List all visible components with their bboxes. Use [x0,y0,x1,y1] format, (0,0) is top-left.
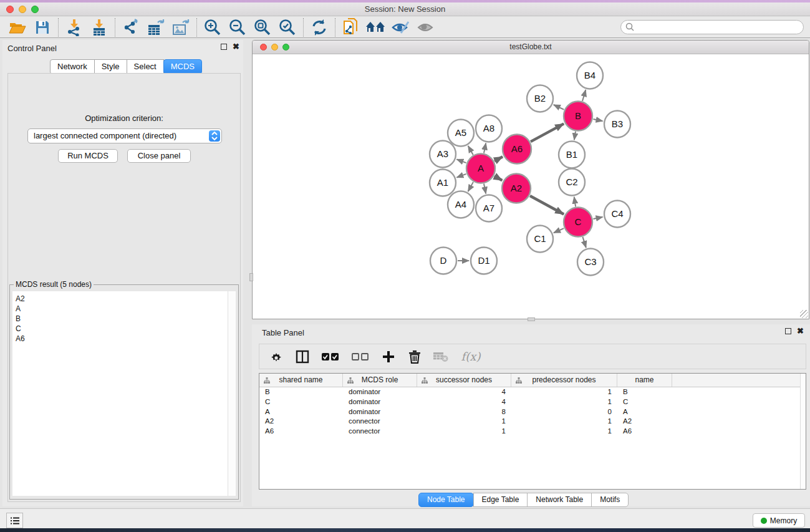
table-cell[interactable]: 1 [511,387,617,397]
tab-node-table[interactable]: Node Table [418,493,474,507]
zoom-window-button[interactable] [31,6,39,13]
refresh-icon[interactable] [307,18,332,37]
run-mcds-button[interactable]: Run MCDS [58,149,118,163]
edge-C-C1[interactable] [554,228,564,233]
close-panel-icon[interactable]: ✖ [233,44,239,50]
edge-A2-C[interactable] [530,196,564,215]
float-table-panel-icon[interactable] [785,328,791,334]
edge-A-A5[interactable] [468,146,473,155]
minimize-network-button[interactable] [271,44,278,51]
result-item[interactable]: C [16,324,232,334]
tab-mcds[interactable]: MCDS [163,59,202,74]
node-C[interactable]: C [564,208,592,237]
table-row[interactable]: A2connector11A2 [259,417,806,427]
memory-button[interactable]: Memory [753,513,805,528]
show-all-icon[interactable] [413,18,438,37]
network-canvas[interactable]: B4B2BB3A5A8A6B1A3AA1C2A2A4A7CC4C1C3DD1 [253,54,809,319]
export-network-icon[interactable] [118,18,143,37]
table-cell[interactable]: connector [343,427,417,437]
close-network-button[interactable] [260,44,267,51]
column-header-shared-name[interactable]: shared name [259,374,343,387]
table-options-icon[interactable] [268,349,284,365]
delete-column-icon[interactable] [407,349,423,365]
node-C4[interactable]: C4 [604,201,630,228]
node-B[interactable]: B [564,102,592,131]
table-cell[interactable]: 4 [417,387,511,397]
column-header-MCDS-role[interactable]: MCDS role [343,374,417,387]
edge-A-A4[interactable] [468,182,473,191]
tab-style[interactable]: Style [94,59,127,74]
zoom-fit-icon[interactable] [250,18,275,37]
table-cell[interactable]: B [259,387,343,397]
edge-B-B2[interactable] [554,105,564,110]
tab-edge-table[interactable]: Edge Table [473,493,528,507]
column-header-predecessor-nodes[interactable]: predecessor nodes [511,374,617,387]
table-row[interactable]: Bdominator41B [259,387,806,397]
node-B3[interactable]: B3 [604,111,630,138]
task-history-button[interactable] [6,513,23,528]
edge-A-A2[interactable] [494,176,503,180]
edge-A-A8[interactable] [484,143,486,153]
result-list-scrollbar[interactable] [228,291,236,496]
float-panel-icon[interactable] [221,44,227,50]
network-vertical-scroll-thumb[interactable] [249,273,253,281]
zoom-network-button[interactable] [282,44,289,51]
table-cell[interactable]: 8 [417,407,511,417]
node-D[interactable]: D [430,248,456,274]
node-C2[interactable]: C2 [559,169,585,196]
mcds-result-list[interactable]: A2ABCA6 [12,291,232,496]
result-item[interactable]: A [16,304,232,314]
table-cell[interactable]: 0 [511,407,617,417]
zoom-selected-icon[interactable] [275,18,300,37]
table-cell[interactable]: A6 [259,427,343,437]
edge-A-A3[interactable] [456,159,466,163]
zoom-in-icon[interactable] [200,18,225,37]
node-C3[interactable]: C3 [577,249,604,276]
export-table-icon[interactable] [143,18,168,37]
close-table-panel-icon[interactable]: ✖ [797,328,804,334]
add-column-icon[interactable] [380,349,397,365]
deselect-all-icon[interactable] [350,349,370,365]
network-horizontal-scroll-thumb[interactable] [528,317,535,321]
node-B1[interactable]: B1 [559,142,585,168]
table-cell[interactable]: 1 [417,417,511,427]
node-A3[interactable]: A3 [430,141,456,168]
edge-A-A1[interactable] [456,174,466,178]
import-table-icon[interactable] [87,18,112,37]
tab-network-table[interactable]: Network Table [527,493,592,507]
node-B2[interactable]: B2 [527,85,553,112]
minimize-window-button[interactable] [19,6,26,13]
result-item[interactable]: A2 [16,294,232,304]
save-session-icon[interactable] [30,18,55,37]
window-resize-grip[interactable] [800,310,808,318]
table-cell[interactable]: A2 [259,417,343,427]
table-cell[interactable]: 1 [511,397,617,407]
edge-C-C2[interactable] [574,197,576,207]
table-cell[interactable]: C [259,397,343,407]
table-cell[interactable]: connector [343,417,417,427]
node-A5[interactable]: A5 [448,120,474,147]
node-A7[interactable]: A7 [476,195,502,222]
node-A4[interactable]: A4 [448,191,474,218]
node-A2[interactable]: A2 [502,174,531,203]
table-cell[interactable]: A [617,407,672,417]
optimization-select[interactable]: largest connected component (directed) [27,128,222,143]
import-network-icon[interactable] [62,18,87,37]
show-column-icon[interactable] [294,349,311,365]
table-cell[interactable]: B [617,387,672,397]
table-cell[interactable]: 1 [511,417,617,427]
node-A1[interactable]: A1 [430,170,456,196]
edge-A-A6[interactable] [494,157,503,161]
network-from-selection-icon[interactable] [339,18,364,37]
node-B4[interactable]: B4 [577,62,603,89]
edge-C-C3[interactable] [582,237,586,248]
node-A8[interactable]: A8 [476,115,502,142]
node-D1[interactable]: D1 [471,248,497,274]
zoom-out-icon[interactable] [225,18,250,37]
edge-B-B1[interactable] [574,132,576,140]
edge-C-C4[interactable] [593,217,602,219]
node-A[interactable]: A [466,154,495,183]
open-file-icon[interactable] [5,18,30,37]
network-graph[interactable]: B4B2BB3A5A8A6B1A3AA1C2A2A4A7CC4C1C3DD1 [253,54,809,319]
table-cell[interactable]: dominator [343,387,417,397]
